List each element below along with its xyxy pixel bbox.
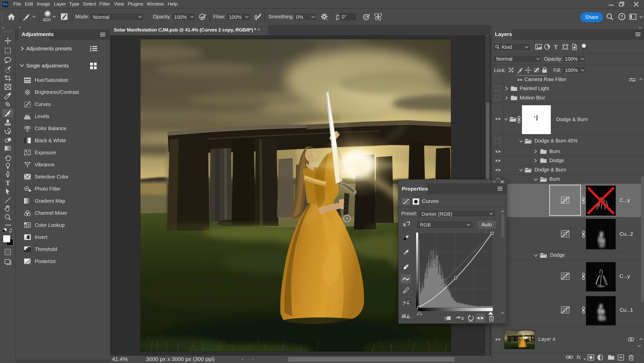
svg-text:?: ? [621,14,623,19]
svg-text:T: T [6,179,10,187]
